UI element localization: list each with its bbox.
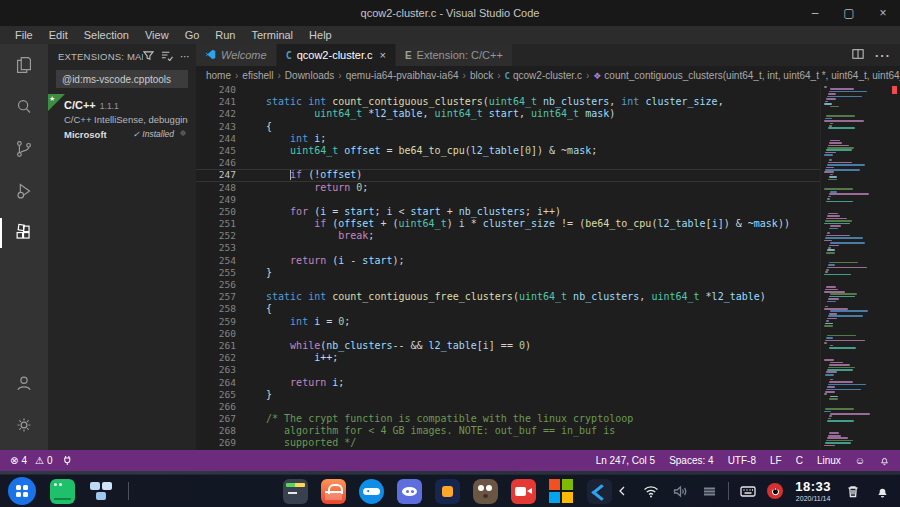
account-icon[interactable] [0,362,48,404]
code-area[interactable]: 240241static int count_contiguous_cluste… [196,84,900,450]
minimap[interactable] [820,84,900,450]
code-line[interactable]: 248 return 0; [196,182,820,194]
os-indicator[interactable]: Linux [817,455,841,466]
breadcrumb-item[interactable]: block [470,70,493,81]
microsoft-icon[interactable] [549,479,574,504]
draw-icon[interactable] [435,479,460,504]
extension-list-item[interactable]: ★ C/C++ 1.1.1 C/C++ IntelliSense, debugg… [48,94,196,146]
code-line[interactable]: 268 algorithm for < 4 GB images. NOTE: o… [196,425,820,437]
launcher-icon[interactable] [8,477,36,505]
code-line[interactable]: 250 for (i = start; i < start + nb_clust… [196,206,820,218]
search-icon[interactable] [0,86,48,128]
terminal-icon[interactable] [50,479,75,504]
code-line[interactable]: 252 break; [196,230,820,242]
tab-qcow2-cluster[interactable]: C qcow2-cluster.c × [277,44,396,66]
menu-item-run[interactable]: Run [208,28,242,42]
code-line[interactable]: 256 [196,279,820,291]
code-line[interactable]: 243{ [196,121,820,133]
code-line[interactable]: 254 return (i - start); [196,255,820,267]
breadcrumb-item[interactable]: Downloads [285,70,334,81]
code-line[interactable]: 241static int count_contiguous_clusters(… [196,96,820,108]
problems-indicator[interactable]: ⊗ 4 ⚠ 0 [10,455,52,466]
breadcrumb-item[interactable]: Cqcow2-cluster.c [505,70,582,81]
code-line[interactable]: 247 if (!offset) [196,169,820,181]
more-actions-icon[interactable]: ⋯ [180,51,190,62]
extension-search-input[interactable] [62,74,182,85]
code-line[interactable]: 253 [196,242,820,254]
close-icon[interactable]: × [866,0,900,26]
code-line[interactable]: 242 uint64_t *l2_table, uint64_t start, … [196,108,820,120]
maximize-icon[interactable]: ▢ [832,0,866,26]
power-indicator-icon[interactable] [767,483,783,499]
filter-icon[interactable] [143,50,154,63]
screen-recorder-icon[interactable] [511,479,536,504]
onscreen-keyboard-icon[interactable] [738,480,758,502]
code-line[interactable]: 257static int count_contiguous_free_clus… [196,291,820,303]
app-store-icon[interactable] [321,479,346,504]
code-line[interactable]: 261 while(nb_clusters-- && l2_table[i] =… [196,340,820,352]
code-line[interactable]: 266 [196,401,820,413]
overview-ruler[interactable] [886,84,900,450]
extension-manage-gear-icon[interactable] [178,128,188,140]
menu-item-go[interactable]: Go [178,28,207,42]
code-line[interactable]: 262 i++; [196,352,820,364]
tray-collapse-icon[interactable] [612,480,632,502]
menu-item-view[interactable]: View [138,28,176,42]
language-indicator[interactable]: C [796,455,803,466]
workspaces-icon[interactable] [89,479,114,504]
code-line[interactable]: 264 return i; [196,377,820,389]
code-line[interactable]: 244 int i; [196,133,820,145]
code-line[interactable]: 267/* The crypt function is compatible w… [196,413,820,425]
settings-gear-icon[interactable] [0,404,48,446]
code-line[interactable]: 269 supported */ [196,437,820,449]
tab-welcome[interactable]: Welcome [196,44,277,66]
tab-extension-cpp[interactable]: E Extension: C/C++ [396,44,513,66]
code-line[interactable]: 265} [196,389,820,401]
code-editor[interactable]: 240241static int count_contiguous_cluste… [196,84,820,450]
code-line[interactable]: 263 [196,364,820,376]
eol-indicator[interactable]: LF [770,455,782,466]
code-line[interactable]: 240 [196,84,820,96]
code-line[interactable]: 246 [196,157,820,169]
notifications-icon[interactable] [872,480,892,502]
volume-icon[interactable] [670,480,690,502]
editor-more-actions-icon[interactable]: ⋯ [874,46,890,65]
menu-item-edit[interactable]: Edit [42,28,75,42]
clock[interactable]: 18:33 2020/11/14 [795,480,831,502]
discord-icon[interactable] [397,479,422,504]
code-line[interactable]: 259 int i = 0; [196,316,820,328]
split-editor-icon[interactable] [852,46,864,64]
extension-search-box[interactable] [56,70,188,88]
vscode-icon[interactable] [587,479,612,504]
extensions-icon[interactable] [0,212,48,254]
menu-item-file[interactable]: File [8,28,40,42]
code-line[interactable]: 258{ [196,303,820,315]
code-line[interactable]: 260 [196,328,820,340]
gimp-icon[interactable] [473,479,498,504]
wifi-icon[interactable] [641,480,661,502]
file-manager-icon[interactable] [283,479,308,504]
feedback-smiley-icon[interactable]: ☺ [855,455,865,466]
code-line[interactable]: 249 [196,194,820,206]
breadcrumb-item[interactable]: home [206,70,231,81]
menu-item-help[interactable]: Help [302,28,339,42]
cursor-position[interactable]: Ln 247, Col 5 [596,455,656,466]
explorer-icon[interactable] [0,44,48,86]
indentation-indicator[interactable]: Spaces: 4 [669,455,713,466]
breadcrumb-item[interactable]: efishell [242,70,273,81]
trash-icon[interactable] [843,480,863,502]
code-line[interactable]: 255} [196,267,820,279]
clear-search-results-icon[interactable] [161,50,173,63]
notifications-bell-icon[interactable] [879,454,890,468]
tab-close-icon[interactable]: × [380,49,386,61]
menu-item-terminal[interactable]: Terminal [245,28,301,42]
teamviewer-icon[interactable] [359,479,384,504]
breadcrumb-item[interactable]: qemu-ia64-pvaibhav-ia64 [346,70,459,81]
code-line[interactable]: 251 if (offset + (uint64_t) i * cluster_… [196,218,820,230]
run-debug-icon[interactable] [0,170,48,212]
ports-plug-icon[interactable] [62,455,73,466]
input-method-icon[interactable] [699,480,719,502]
code-line[interactable]: 245 uint64_t offset = be64_to_cpu(l2_tab… [196,145,820,157]
breadcrumb-item[interactable]: ❖count_contiguous_clusters(uint64_t, int… [593,70,900,81]
encoding-indicator[interactable]: UTF-8 [728,455,756,466]
